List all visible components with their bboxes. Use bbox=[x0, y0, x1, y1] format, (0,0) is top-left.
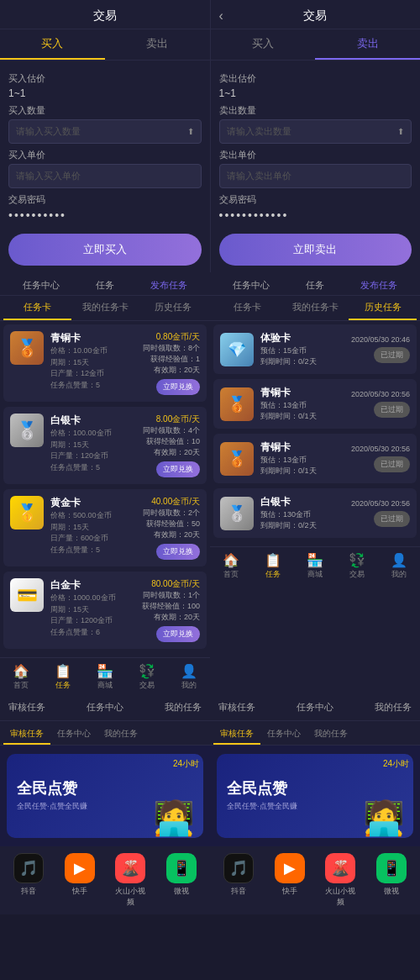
gold-redeem-btn[interactable]: 立即兑换 bbox=[156, 544, 200, 560]
left-audit-tab-2[interactable]: 我的任务 bbox=[97, 724, 144, 745]
left-nav-trade-label: 交易 bbox=[139, 681, 155, 689]
gold-card-output: 日产量：600金币 bbox=[50, 533, 141, 545]
right-promo-badge: 24小时 bbox=[383, 758, 409, 770]
left-audit-h2: 任务中心 bbox=[87, 701, 123, 714]
exp-card-name: 体验卡 bbox=[260, 331, 351, 345]
card-item-silver: 🥈 白银卡 价格：100.00金币 周期：15天 日产量：120金币 任务点赞量… bbox=[3, 407, 207, 484]
right-sub-tab-history[interactable]: 历史任务 bbox=[349, 296, 417, 320]
left-trade-panel: 交易 买入 卖出 买入估价 1~1 买入数量 请输入买入数量 ⬆ 买入单价 请输… bbox=[0, 0, 210, 272]
right-tab-sell[interactable]: 卖出 bbox=[315, 29, 420, 60]
huoshan-label: 火山小视频 bbox=[112, 886, 149, 908]
right-trade-header: ‹ 交易 bbox=[211, 0, 421, 29]
left-tab-buy[interactable]: 买入 bbox=[0, 29, 105, 60]
bronze-redeem-btn[interactable]: 立即兑换 bbox=[156, 379, 200, 395]
platinum-card-concurrent: 同时领取数：1个 bbox=[141, 590, 200, 601]
left-nav-task[interactable]: 📋 任务 bbox=[42, 663, 84, 691]
right-tab-buy[interactable]: 买入 bbox=[211, 29, 316, 60]
hist-bronze1-icon: 🥉 bbox=[220, 387, 254, 421]
silver-card-right: 8.00金币/天 同时领取数：4个 获得经验值：10 有效期：20天 立即兑换 bbox=[141, 414, 200, 477]
right-sub-tab-my-card[interactable]: 我的任务卡 bbox=[281, 296, 349, 320]
right-profile-icon: 👤 bbox=[378, 552, 420, 568]
platinum-card-price: 价格：1000.00金币 bbox=[50, 593, 141, 604]
right-trade-back[interactable]: ‹ bbox=[219, 8, 223, 24]
exp-card-right: 2020/05/30 20:46 已过期 bbox=[351, 335, 410, 363]
right-sell-button[interactable]: 立即卖出 bbox=[219, 234, 412, 266]
exp-expired-btn: 已过期 bbox=[374, 347, 410, 363]
right-kuaishou-label: 快手 bbox=[271, 886, 308, 897]
left-promo-left: 全民点赞 全民任赞·点赞全民赚 bbox=[17, 780, 87, 813]
left-app-douyin[interactable]: 🎵 抖音 bbox=[10, 853, 47, 908]
right-sub-tab-card[interactable]: 任务卡 bbox=[213, 296, 281, 320]
right-sell-quantity-placeholder: 请输入卖出数量 bbox=[227, 125, 291, 138]
silver-redeem-btn[interactable]: 立即兑换 bbox=[156, 461, 200, 477]
left-buy-estimate-label: 买入估价 bbox=[8, 72, 202, 85]
right-huoshan-label: 火山小视频 bbox=[322, 886, 359, 908]
left-sub-tab-my-card[interactable]: 我的任务卡 bbox=[71, 296, 139, 320]
hist-bronze2-date: 2020/05/30 20:56 bbox=[351, 445, 410, 453]
douyin-label: 抖音 bbox=[10, 886, 47, 897]
right-app-huoshan[interactable]: 🌋 火山小视频 bbox=[322, 853, 359, 908]
left-tab-sell[interactable]: 卖出 bbox=[105, 29, 210, 60]
platinum-card-output: 日产量：1200金币 bbox=[50, 615, 141, 627]
left-publish-label[interactable]: 发布任务 bbox=[150, 279, 187, 292]
right-hist-list: 💎 体验卡 预估：15金币 到期时间：0/2天 2020/05/30 20:46… bbox=[210, 321, 420, 546]
gold-card-right: 40.00金币/天 同时领取数：2个 获得经验值：50 有效期：20天 立即兑换 bbox=[141, 496, 200, 560]
left-app-kuaishou[interactable]: ▶ 快手 bbox=[61, 853, 98, 908]
right-trade-tabs: 买入 卖出 bbox=[211, 29, 421, 61]
silver-card-output: 日产量：120金币 bbox=[50, 450, 141, 462]
gold-card-points: 任务点赞量：5 bbox=[50, 545, 141, 556]
bronze-card-name: 青铜卡 bbox=[50, 331, 141, 345]
left-buy-price-input[interactable]: 请输入买入单价 bbox=[8, 164, 202, 188]
left-buy-estimate-value: 1~1 bbox=[8, 87, 202, 99]
right-audit-h1: 审核任务 bbox=[218, 701, 255, 714]
right-audit-tab-0[interactable]: 审核任务 bbox=[213, 724, 260, 745]
right-app-douyin[interactable]: 🎵 抖音 bbox=[220, 853, 257, 908]
gold-card-icon: 🥇 bbox=[10, 496, 44, 530]
right-audit-tab-2[interactable]: 我的任务 bbox=[307, 724, 354, 745]
silver-card-rate: 8.00金币/天 bbox=[141, 414, 200, 425]
left-sub-tab-history[interactable]: 历史任务 bbox=[139, 296, 207, 320]
left-audit-tab-1[interactable]: 任务中心 bbox=[50, 724, 97, 745]
right-app-kuaishou[interactable]: ▶ 快手 bbox=[271, 853, 308, 908]
douyin-icon: 🎵 bbox=[13, 853, 44, 883]
right-nav-task-label: 任务 bbox=[265, 570, 281, 578]
left-trade-body: 买入估价 1~1 买入数量 请输入买入数量 ⬆ 买入单价 请输入买入单价 交易密… bbox=[0, 61, 210, 272]
left-nav-profile-label: 我的 bbox=[181, 681, 197, 689]
platinum-redeem-btn[interactable]: 立即兑换 bbox=[156, 626, 200, 642]
left-buy-quantity-input[interactable]: 请输入买入数量 ⬆ bbox=[8, 119, 202, 144]
left-nav-shop[interactable]: 🏪 商城 bbox=[84, 663, 126, 691]
right-nav-trade[interactable]: 💱 交易 bbox=[336, 552, 378, 580]
weishi-icon: 📱 bbox=[166, 853, 197, 883]
gold-card-name: 黄金卡 bbox=[50, 496, 141, 510]
platinum-card-info: 白金卡 价格：1000.00金币 周期：15天 日产量：1200金币 任务点赞量… bbox=[50, 578, 141, 638]
left-buy-button[interactable]: 立即买入 bbox=[8, 234, 202, 266]
platinum-card-period: 周期：15天 bbox=[50, 604, 141, 616]
left-audit-tab-0[interactable]: 审核任务 bbox=[3, 724, 50, 745]
right-task-panel: 任务中心 任务 发布任务 任务卡 我的任务卡 历史任务 💎 体验卡 预估：15金… bbox=[210, 272, 420, 694]
right-nav-home[interactable]: 🏠 首页 bbox=[210, 552, 252, 580]
platinum-card-points: 任务点赞量：6 bbox=[50, 627, 141, 639]
hist-bronze1-detail1: 预估：13金币 bbox=[260, 400, 351, 411]
left-app-weishi[interactable]: 📱 微视 bbox=[163, 853, 200, 908]
left-app-huoshan[interactable]: 🌋 火山小视频 bbox=[112, 853, 149, 908]
right-audit-tab-1[interactable]: 任务中心 bbox=[260, 724, 307, 745]
hist-bronze2-icon: 🥉 bbox=[220, 442, 254, 476]
right-promo-badge-text: 24小时 bbox=[383, 759, 409, 768]
right-sell-price-input[interactable]: 请输入卖出单价 bbox=[219, 164, 412, 188]
trade-icon: 💱 bbox=[126, 663, 168, 679]
right-nav-task[interactable]: 📋 任务 bbox=[252, 552, 294, 580]
left-sub-tab-card[interactable]: 任务卡 bbox=[3, 296, 71, 320]
left-nav-home[interactable]: 🏠 首页 bbox=[0, 663, 42, 691]
right-home-icon: 🏠 bbox=[210, 552, 252, 568]
right-publish-label[interactable]: 发布任务 bbox=[360, 279, 397, 292]
left-buy-price-placeholder: 请输入买入单价 bbox=[16, 170, 81, 182]
right-nav-profile[interactable]: 👤 我的 bbox=[378, 552, 420, 580]
left-audit-panel: 审核任务 任务中心 我的任务 审核任务 任务中心 我的任务 全民点赞 全民任赞·… bbox=[0, 694, 210, 914]
right-sell-quantity-input[interactable]: 请输入卖出数量 ⬆ bbox=[219, 119, 412, 144]
silver-card-icon: 🥈 bbox=[10, 414, 44, 447]
left-nav-profile[interactable]: 👤 我的 bbox=[168, 663, 210, 691]
right-nav-shop[interactable]: 🏪 商城 bbox=[294, 552, 336, 580]
right-trade-password-label: 交易密码 bbox=[219, 193, 412, 206]
right-app-weishi[interactable]: 📱 微视 bbox=[373, 853, 410, 908]
left-nav-trade[interactable]: 💱 交易 bbox=[126, 663, 168, 691]
